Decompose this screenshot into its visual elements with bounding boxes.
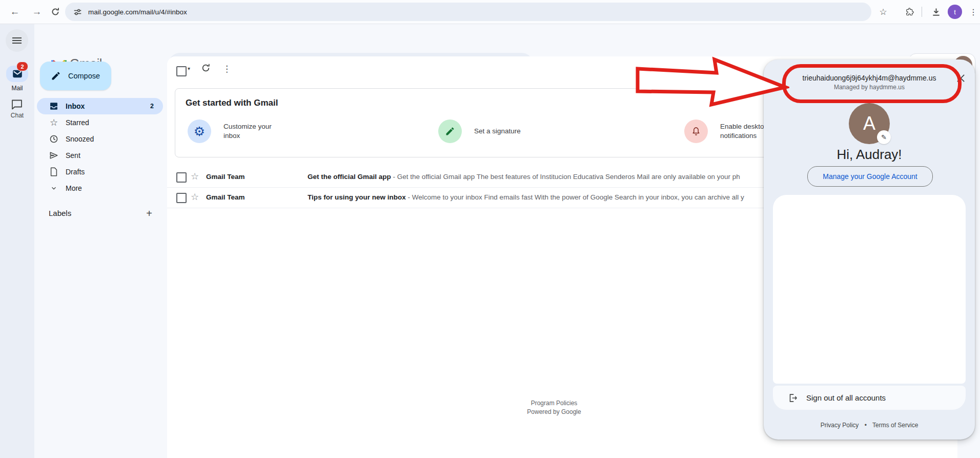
sidebar-item-starred[interactable]: ☆ Starred [37, 114, 163, 131]
bullet-separator: • [865, 422, 867, 429]
email-checkbox[interactable] [176, 193, 187, 203]
bookmark-star-icon[interactable]: ☆ [875, 4, 891, 19]
account-menu-popup: trieuhaiduong6j9j64ykhj4m@haydmme.us Man… [764, 59, 975, 440]
sidebar-item-more[interactable]: More [37, 180, 163, 196]
sidebar-item-label: Drafts [66, 168, 85, 176]
managed-by-text: Managed by haydmme.us [764, 83, 975, 91]
screen: { "browser": { "url": "mail.google.com/m… [0, 0, 980, 458]
sidebar-item-sent[interactable]: Sent [37, 147, 163, 164]
email-sender: Gmail Team [206, 173, 303, 181]
edit-avatar-pencil-icon[interactable]: ✎ [877, 130, 891, 144]
sign-out-icon [788, 393, 798, 403]
address-bar[interactable] [65, 3, 871, 21]
email-checkbox[interactable] [176, 172, 187, 183]
sidebar-item-inbox[interactable]: Inbox 2 [37, 98, 163, 114]
sidebar-item-drafts[interactable]: Drafts [37, 164, 163, 180]
gear-icon: ⚙ [188, 120, 211, 143]
rail-item-chat[interactable] [11, 99, 23, 112]
onboarding-item-label: Customize your inbox [223, 122, 280, 141]
account-list-card [773, 195, 966, 384]
site-settings-icon[interactable] [73, 8, 82, 16]
downloads-icon[interactable] [928, 4, 944, 19]
account-email: trieuhaiduong6j9j64ykhj4m@haydmme.us [764, 73, 975, 83]
more-options-icon[interactable]: ⋮ [222, 64, 231, 74]
star-icon[interactable]: ☆ [191, 191, 199, 203]
browser-back-icon[interactable]: ← [7, 4, 23, 19]
select-all-checkbox[interactable] [176, 66, 187, 76]
popup-footer-links: Privacy Policy • Terms of Service [764, 422, 975, 429]
sidebar-item-snoozed[interactable]: Snoozed [37, 131, 163, 147]
onboarding-customize-inbox[interactable]: ⚙ Customize your inbox [188, 118, 280, 144]
inbox-count: 2 [150, 103, 154, 110]
browser-menu-icon[interactable]: ⋮ [966, 4, 980, 19]
email-subject: Tips for using your new inbox [308, 193, 406, 201]
browser-reload-icon[interactable] [48, 4, 63, 19]
sidebar-item-label: Sent [66, 151, 80, 160]
app-rail: 2 Mail Chat [0, 24, 34, 458]
refresh-icon[interactable] [201, 63, 211, 73]
email-snippet: Welcome to your inbox Find emails fast W… [412, 193, 744, 201]
sidebar-item-label: Snoozed [66, 135, 94, 143]
sidebar-item-label: More [66, 184, 82, 192]
draft-file-icon [49, 167, 59, 176]
main-menu-hamburger-icon[interactable] [6, 29, 28, 52]
compose-label: Compose [68, 72, 100, 80]
separator: - [393, 173, 396, 181]
star-icon[interactable]: ☆ [191, 171, 199, 182]
signature-pencil-icon [438, 120, 462, 143]
sign-out-label: Sign out of all accounts [806, 393, 886, 402]
browser-profile-avatar[interactable]: t [948, 5, 962, 19]
email-sender: Gmail Team [206, 193, 303, 201]
send-icon [49, 151, 59, 160]
terms-of-service-link[interactable]: Terms of Service [872, 422, 918, 429]
sign-out-button[interactable]: Sign out of all accounts [773, 386, 966, 410]
inbox-icon [49, 102, 59, 111]
greeting-text: Hi, Audray! [764, 147, 975, 163]
onboarding-set-signature[interactable]: Set a signature [438, 118, 521, 144]
email-subject: Get the official Gmail app [308, 173, 391, 181]
extensions-puzzle-icon[interactable] [902, 4, 917, 19]
star-icon: ☆ [49, 117, 59, 128]
compose-pencil-icon [51, 71, 61, 81]
email-snippet: Get the official Gmail app The best feat… [397, 173, 740, 181]
create-label-plus-icon[interactable]: + [143, 207, 155, 220]
sidebar-item-label: Inbox [66, 102, 85, 110]
compose-button[interactable]: Compose [40, 62, 111, 90]
rail-label-chat: Chat [0, 112, 34, 119]
mail-unread-badge: 2 [16, 62, 28, 71]
separator: - [408, 193, 411, 201]
sidebar-item-label: Starred [66, 118, 89, 127]
onboarding-item-label: Set a signature [474, 127, 521, 136]
chevron-down-icon [49, 185, 59, 192]
toolbar-divider [922, 7, 922, 17]
labels-header: Labels [49, 209, 71, 217]
close-icon[interactable] [954, 72, 967, 84]
bell-icon [684, 120, 708, 143]
url-input[interactable] [87, 8, 550, 16]
onboarding-title: Get started with Gmail [186, 98, 278, 108]
browser-toolbar: ← → ☆ t ⋮ [0, 0, 980, 24]
gmail-header: Gmail Active ▾ ? ⚙ Google A [0, 24, 980, 55]
select-dropdown-caret-icon[interactable]: ▾ [188, 66, 190, 71]
privacy-policy-link[interactable]: Privacy Policy [821, 422, 859, 429]
rail-label-mail: Mail [0, 85, 34, 92]
browser-forward-icon[interactable]: → [29, 4, 45, 19]
manage-google-account-button[interactable]: Manage your Google Account [807, 166, 933, 187]
clock-icon [49, 134, 59, 144]
